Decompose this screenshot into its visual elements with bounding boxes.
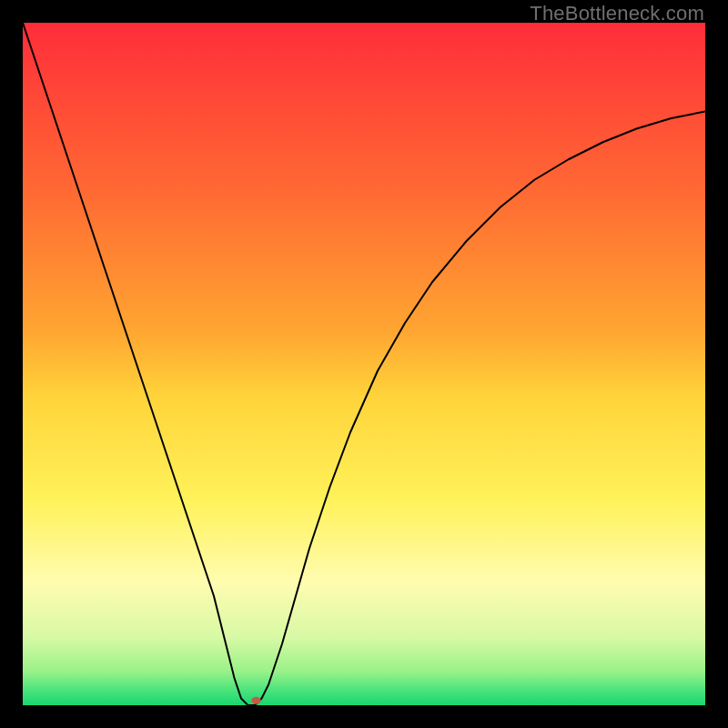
plot-area: [23, 23, 705, 705]
optimal-point-marker: [251, 697, 260, 704]
chart-svg: [23, 23, 705, 705]
chart-frame: TheBottleneck.com: [0, 0, 728, 728]
gradient-rect: [23, 23, 705, 705]
watermark-text: TheBottleneck.com: [530, 2, 704, 25]
